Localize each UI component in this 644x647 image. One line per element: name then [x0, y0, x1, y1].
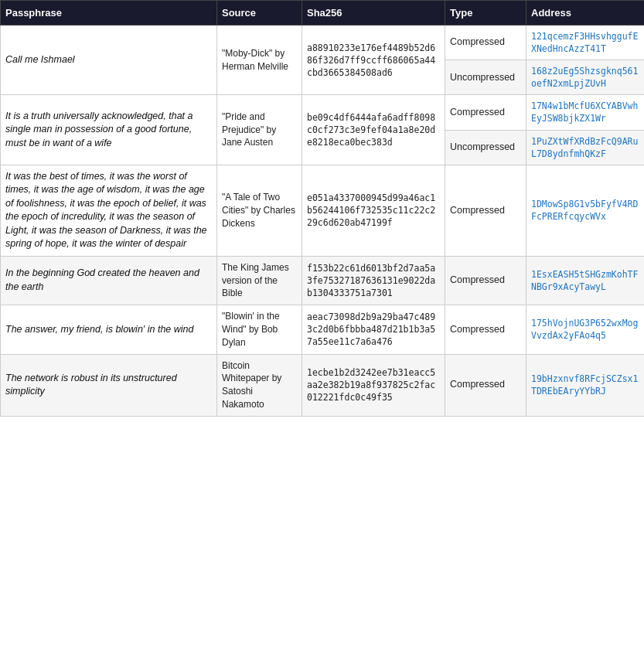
address-cell: 19bHzxnvf8RFcjSCZsx1TDREbEAryYYbRJ	[526, 354, 645, 416]
source-cell: "Pride and Prejudice" by Jane Austen	[217, 95, 302, 165]
source-cell: "Moby-Dick" by Herman Melville	[217, 26, 302, 95]
passphrase-cell: Call me Ishmael	[1, 26, 217, 95]
table-row: It was the best of times, it was the wor…	[1, 165, 645, 256]
sha256-cell: f153b22c61d6013bf2d7aa5a3fe7532718763613…	[302, 256, 445, 305]
passphrase-cell: The answer, my friend, is blowin' in the…	[1, 305, 217, 354]
table-row: It is a truth universally acknowledged, …	[1, 95, 645, 130]
table-row: The network is robust in its unstructure…	[1, 354, 645, 416]
header-source: Source	[217, 1, 302, 26]
address-cell: 1DMowSp8G1v5bFyfV4RDFcPRERfcqycWVx	[526, 165, 645, 256]
header-passphrase: Passphrase	[1, 1, 217, 26]
address-cell: 1EsxEASH5tSHGzmKohTFNBGr9xAcyTawyL	[526, 256, 645, 305]
sha256-cell: 1ecbe1b2d3242ee7b31eacc5aa2e382b19a8f937…	[302, 354, 445, 416]
header-sha256: Sha256	[302, 1, 445, 26]
sha256-cell: a88910233e176ef4489b52d686f326d7ff9ccff6…	[302, 26, 445, 95]
passphrase-cell: It was the best of times, it was the wor…	[1, 165, 217, 256]
passphrase-cell: The network is robust in its unstructure…	[1, 354, 217, 416]
address-cell: 17N4w1bMcfU6XCYABVwhEyJSW8bjkZX1Wr	[526, 95, 645, 130]
address-cell: 121qcemzF3HHsvhggufEXNedHncAzzT41T	[526, 26, 645, 60]
source-cell: Bitcoin Whitepaper by Satoshi Nakamoto	[217, 354, 302, 416]
address-cell: 175hVojnUG3P652wxMogVvzdAx2yFAo4q5	[526, 305, 645, 354]
type-cell: Compressed	[445, 256, 526, 305]
source-cell: The King James version of the Bible	[217, 256, 302, 305]
table-header-row: Passphrase Source Sha256 Type Address	[1, 1, 645, 26]
type-cell: Uncompressed	[445, 130, 526, 165]
type-cell: Compressed	[445, 95, 526, 130]
passphrase-cell: It is a truth universally acknowledged, …	[1, 95, 217, 165]
table-row: In the beginning God created the heaven …	[1, 256, 645, 305]
header-type: Type	[445, 1, 526, 26]
source-cell: "Blowin' in the Wind" by Bob Dylan	[217, 305, 302, 354]
type-cell: Compressed	[445, 165, 526, 256]
address-cell: 168z2uEg5Shzsgknq561oefN2xmLpjZUvH	[526, 60, 645, 95]
table-row: The answer, my friend, is blowin' in the…	[1, 305, 645, 354]
table-row: Call me Ishmael"Moby-Dick" by Herman Mel…	[1, 26, 645, 60]
passphrase-table: Passphrase Source Sha256 Type Address Ca…	[0, 0, 644, 417]
source-cell: "A Tale of Two Cities" by Charles Dicken…	[217, 165, 302, 256]
header-address: Address	[526, 1, 645, 26]
type-cell: Compressed	[445, 26, 526, 60]
sha256-cell: be09c4df6444afa6adff8098c0cf273c3e9fef04…	[302, 95, 445, 165]
sha256-cell: aeac73098d2b9a29ba47c4893c2d0b6fbbba487d…	[302, 305, 445, 354]
passphrase-cell: In the beginning God created the heaven …	[1, 256, 217, 305]
address-cell: 1PuZXtWfXRdBzFcQ9ARuL7D8ydnfmhQKzF	[526, 130, 645, 165]
type-cell: Uncompressed	[445, 60, 526, 95]
type-cell: Compressed	[445, 305, 526, 354]
type-cell: Compressed	[445, 354, 526, 416]
sha256-cell: e051a4337000945d99a46ac1b56244106f732535…	[302, 165, 445, 256]
